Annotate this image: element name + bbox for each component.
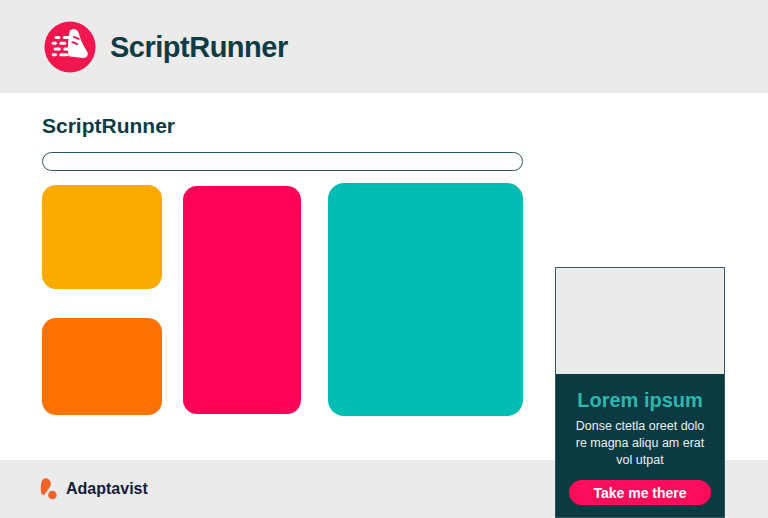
page: ScriptRunner ScriptRunner Adaptavist Lor… <box>0 0 768 518</box>
content-tile-pink <box>183 186 301 414</box>
app-header: ScriptRunner <box>0 0 768 93</box>
promo-title: Lorem ipsum <box>556 389 724 412</box>
brand-wordmark: ScriptRunner <box>110 31 288 64</box>
content-tile-teal <box>328 183 523 416</box>
content-tile-orange <box>42 318 162 415</box>
promo-image-placeholder <box>556 268 724 374</box>
search-input[interactable] <box>42 152 523 171</box>
adaptavist-brand: Adaptavist <box>37 460 148 518</box>
scriptrunner-brand: ScriptRunner <box>43 20 288 74</box>
adaptavist-logo-icon <box>37 477 59 501</box>
page-title: ScriptRunner <box>42 114 175 138</box>
promo-card: Lorem ipsum Donse ctetla oreet dolo re m… <box>555 267 725 518</box>
promo-body-line: vol utpat <box>556 452 724 469</box>
cta-button[interactable]: Take me there <box>569 480 711 505</box>
promo-body-line: re magna aliqu am erat <box>556 435 724 452</box>
footer-brand-name: Adaptavist <box>66 480 148 498</box>
content-tile-amber <box>42 185 162 289</box>
scriptrunner-logo-icon <box>43 20 97 74</box>
promo-card-body: Lorem ipsum Donse ctetla oreet dolo re m… <box>556 374 724 517</box>
promo-body-line: Donse ctetla oreet dolo <box>556 418 724 435</box>
